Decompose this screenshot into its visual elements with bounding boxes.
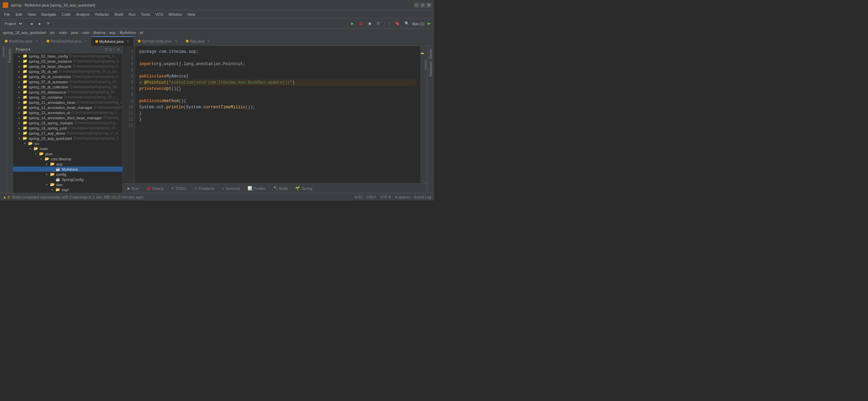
tab-close-2[interactable]: ✕: [126, 39, 129, 43]
tab-springconfig[interactable]: SpringConfig.java✕: [134, 36, 182, 46]
menu-item-edit[interactable]: Edit: [13, 12, 25, 17]
menu-item-window[interactable]: Window: [166, 12, 185, 17]
tab-bookdao[interactable]: BookDao.java✕: [1, 36, 43, 46]
tree-item-17[interactable]: ▾📂src: [13, 141, 122, 146]
tree-label-0: spring_02_base_config: [29, 54, 68, 58]
toolbar-back-btn[interactable]: ◄: [27, 21, 35, 26]
tab-myadvice[interactable]: MyAdvice.java✕: [91, 36, 134, 46]
tab-dot-2: [95, 40, 98, 43]
tree-item-4[interactable]: ▸📁spring_06_di_constructorD:\workspace\s…: [13, 74, 122, 79]
panel-icon-1[interactable]: ☰: [105, 48, 108, 51]
menu-item-help[interactable]: Help: [185, 12, 198, 17]
breadcrumb-item-0[interactable]: spring_18_aop_quickstart: [3, 31, 46, 35]
tab-close-0[interactable]: ✕: [35, 39, 38, 43]
tree-item-13[interactable]: ▸📁spring_15_spring_mybatisD:\workspace\s…: [13, 120, 122, 125]
run-btn[interactable]: ▶: [349, 21, 356, 26]
breadcrumb-item-6[interactable]: aop: [109, 31, 116, 35]
tree-item-2[interactable]: ▸📁spring_04_bean_lifecycleD:\workspace\s…: [13, 64, 122, 69]
menu-item-view[interactable]: View: [25, 12, 39, 17]
app-run-btn[interactable]: ▶: [426, 21, 433, 26]
tree-item-15[interactable]: ▸📁spring_17_aop_demoD:\workspace\spring\…: [13, 131, 122, 136]
tree-item-22[interactable]: ☕MyAdvice: [13, 167, 122, 172]
tree-item-20[interactable]: ▾📂com.itheima: [13, 156, 122, 161]
menu-item-vcs[interactable]: VCS: [153, 12, 166, 17]
tree-item-23[interactable]: ▾📂config: [13, 172, 122, 177]
menu-item-navigate[interactable]: Navigate: [38, 12, 59, 17]
bottom-tab-problems[interactable]: ⚠Problems: [190, 185, 218, 191]
maximize-button[interactable]: □: [420, 3, 425, 8]
bottom-tab-build[interactable]: 🔨Build: [270, 185, 291, 191]
tree-item-16[interactable]: ▾📂spring_18_aop_quickstartD:\workspace\s…: [13, 136, 122, 141]
tab-app[interactable]: App.java✕: [182, 36, 215, 46]
breadcrumb-item-5[interactable]: itheima: [93, 31, 105, 35]
scrollbar-thumb[interactable]: [425, 60, 427, 70]
panel-icon-2[interactable]: ⊡: [109, 48, 112, 51]
project-dropdown[interactable]: Project: [1, 20, 24, 27]
breadcrumb-item-1[interactable]: src: [50, 31, 55, 35]
vcs-btn[interactable]: ↑: [386, 21, 392, 26]
maven-label[interactable]: Maven: [428, 47, 433, 60]
minimize-button[interactable]: ─: [414, 3, 419, 8]
toolbar-recent-btn[interactable]: ⟳: [45, 21, 52, 26]
breadcrumb-sep-6: ›: [117, 31, 118, 35]
tab-bookdaoimpl[interactable]: BookDaoImpl.java✕: [43, 36, 91, 46]
tree-item-19[interactable]: ▾📂java: [13, 151, 122, 156]
search-btn[interactable]: 🔍: [402, 21, 411, 26]
database-label[interactable]: Database: [428, 60, 433, 78]
menu-item-refactor[interactable]: Refactor: [92, 12, 112, 17]
bottom-tab-terminal[interactable]: >Terminal: [219, 186, 243, 191]
tree-arrow-20: ▾: [40, 157, 45, 161]
breadcrumb-item-2[interactable]: main: [59, 31, 67, 35]
scrollbar-vertical[interactable]: [424, 46, 427, 183]
coverage-btn[interactable]: ◉: [366, 21, 374, 26]
tree-item-6[interactable]: ▸📁spring_08_di_collectionD:\workspace\sp…: [13, 84, 122, 89]
debug-btn[interactable]: 🐞: [357, 21, 365, 26]
close-button[interactable]: ✕: [426, 3, 431, 8]
breadcrumb-item-4[interactable]: com: [82, 31, 89, 35]
tree-arrow-11: ▸: [19, 111, 23, 114]
tree-item-21[interactable]: ▾📂aop: [13, 161, 122, 167]
tree-item-0[interactable]: ▸📁spring_02_base_configD:\workspace\spri…: [13, 53, 122, 59]
bottom-tab-run[interactable]: ▶Run: [124, 185, 142, 191]
menu-item-tools[interactable]: Tools: [138, 12, 153, 17]
menu-item-build[interactable]: Build: [112, 12, 126, 17]
tree-item-24[interactable]: ☕SpringConfig: [13, 177, 122, 182]
tree-item-5[interactable]: ▸📁spring_07_di_autowareD:\workspace\spri…: [13, 79, 122, 84]
menu-item-run[interactable]: Run: [126, 12, 138, 17]
bottom-tab-label-5: Profiler: [254, 186, 266, 191]
tree-item-12[interactable]: ▸📁spring_14_annotation_third_bean_manage…: [13, 115, 122, 120]
bottom-tab-profiler[interactable]: 📊Profiler: [244, 185, 269, 191]
tree-item-9[interactable]: ▸📁spring_11_annotation_beanD:\workspace\…: [13, 100, 122, 105]
menu-item-file[interactable]: File: [1, 12, 13, 17]
tab-close-4[interactable]: ✕: [207, 39, 210, 43]
tree-item-14[interactable]: ▸📁spring_16_spring_junitD:\workspace\spr…: [13, 125, 122, 131]
tree-item-3[interactable]: ▸📁spring_05_di_setD:\workspace\spring\sp…: [13, 69, 122, 74]
breadcrumb-item-7[interactable]: MyAdvice: [120, 31, 136, 35]
bottom-tab-todo[interactable]: ✔TODO: [168, 185, 190, 191]
tree-item-7[interactable]: ▸📁spring_09_datasourceD:\workspace\sprin…: [13, 89, 122, 95]
menu-item-code[interactable]: Code: [59, 12, 73, 17]
tree-item-8[interactable]: ▸📁spring_10_containerD:\workspace\spring…: [13, 95, 122, 100]
toolbar-fwd-btn[interactable]: ►: [36, 21, 44, 26]
event-log[interactable]: Event Log: [414, 195, 431, 199]
menu-item-analyze[interactable]: Analyze: [73, 12, 92, 17]
panel-icon-4[interactable]: ✕: [117, 48, 120, 51]
bottom-tab-spring[interactable]: 🌱Spring: [292, 185, 316, 191]
bottom-tab-debug[interactable]: 🐞Debug: [143, 185, 167, 191]
breadcrumb-item-8[interactable]: pt: [140, 31, 143, 35]
tree-item-1[interactable]: ▸📁spring_03_bean_instanceD:\workspace\sp…: [13, 59, 122, 64]
tree-item-18[interactable]: ▾📂main: [13, 146, 122, 151]
structure-icon[interactable]: Structure: [1, 48, 5, 53]
tab-close-3[interactable]: ✕: [174, 39, 177, 43]
profile-btn[interactable]: ⏱: [374, 21, 382, 26]
tree-item-10[interactable]: ▸📁spring_12_annotation_bean_managerD:\wo…: [13, 105, 122, 110]
favorites-label[interactable]: Favorites: [7, 46, 12, 65]
breadcrumb-item-3[interactable]: java: [71, 31, 78, 35]
bookmark-btn[interactable]: 🔖: [393, 21, 402, 26]
tree-item-25[interactable]: ▾📂dao: [13, 182, 122, 187]
code-editor[interactable]: package com.itheima.aop;import org.aspec…: [135, 46, 420, 183]
panel-icon-3[interactable]: −: [113, 48, 116, 51]
tab-close-1[interactable]: ✕: [84, 39, 87, 43]
tree-item-26[interactable]: ▾📂impl: [13, 187, 122, 192]
tree-item-11[interactable]: ▸📁spring_13_annotation_diD:\workspace\sp…: [13, 110, 122, 115]
